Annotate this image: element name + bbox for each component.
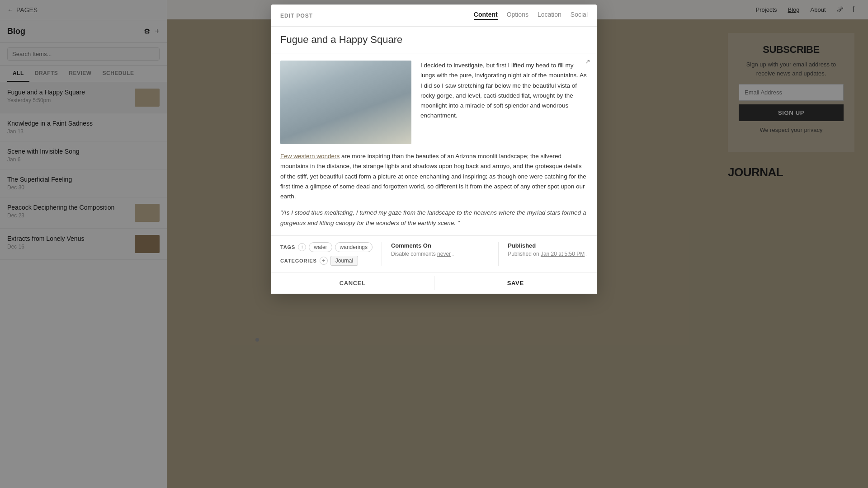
published-section: Published Published on Jan 20 at 5:50 PM…	[498, 242, 588, 266]
add-category-button[interactable]: +	[320, 257, 328, 265]
comments-section: Comments On Disable comments never .	[382, 242, 489, 266]
article-body: Few western wonders are more inspiring t…	[280, 151, 588, 202]
modal-actions: CANCEL SAVE	[271, 272, 597, 294]
modal-nav-social[interactable]: Social	[571, 11, 588, 20]
modal-nav: Content Options Location Social	[474, 11, 588, 20]
modal-nav-content[interactable]: Content	[474, 11, 498, 20]
cancel-button[interactable]: CANCEL	[271, 272, 434, 294]
tag-chip[interactable]: water	[309, 242, 332, 252]
edit-post-modal: EDIT POST Content Options Location Socia…	[271, 5, 597, 294]
post-title-field	[271, 27, 597, 53]
post-title-input[interactable]	[280, 34, 588, 46]
article-text-intro: I decided to investigate, but first I li…	[420, 61, 588, 144]
modal-nav-options[interactable]: Options	[507, 11, 528, 20]
modal-content-area: ↗ I decided to investigate, but first I …	[271, 53, 597, 235]
modal-nav-location[interactable]: Location	[538, 11, 561, 20]
article-quote: "As I stood thus meditating, I turned my…	[280, 208, 588, 228]
categories-label: CATEGORIES	[280, 258, 317, 263]
add-tag-button[interactable]: +	[298, 243, 306, 251]
article-image	[280, 61, 411, 144]
article-link[interactable]: Few western wonders	[280, 153, 340, 160]
modal-header: EDIT POST Content Options Location Socia…	[271, 5, 597, 27]
comments-never-link[interactable]: never	[437, 251, 451, 257]
edit-post-label: EDIT POST	[280, 13, 313, 19]
tags-section: TAGS + water wanderings	[280, 242, 373, 252]
save-button[interactable]: SAVE	[434, 272, 597, 294]
expand-icon[interactable]: ↗	[585, 58, 590, 65]
published-date-link[interactable]: Jan 20 at 5:50 PM	[541, 251, 585, 257]
tags-label: TAGS	[280, 244, 295, 250]
comments-heading: Comments On	[391, 242, 489, 249]
modal-footer: TAGS + water wanderings CATEGORIES + Jou…	[271, 235, 597, 272]
published-heading: Published	[508, 242, 588, 249]
category-chip[interactable]: Journal	[330, 256, 358, 266]
tag-chip[interactable]: wanderings	[335, 242, 373, 252]
published-text: Published on Jan 20 at 5:50 PM .	[508, 251, 588, 257]
categories-section: CATEGORIES + Journal	[280, 256, 373, 266]
comments-text: Disable comments never .	[391, 251, 489, 257]
